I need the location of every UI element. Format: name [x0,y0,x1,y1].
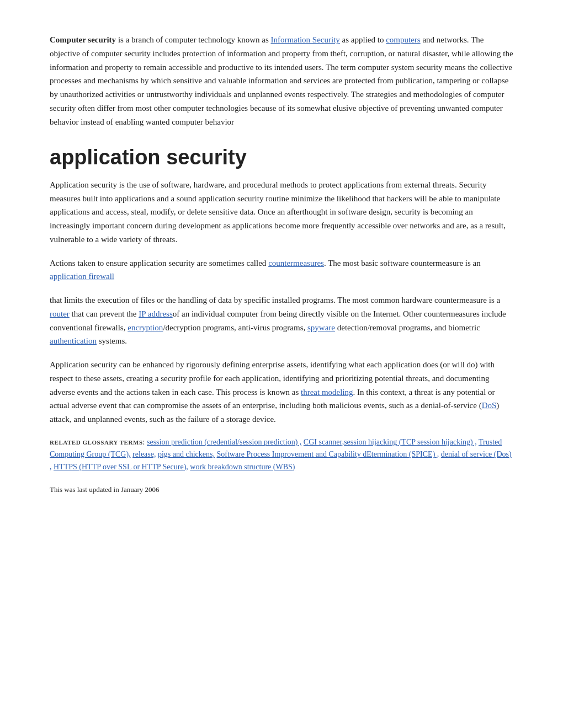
link-application-firewall[interactable]: application firewall [50,272,114,281]
page-container: Computer security is a branch of compute… [0,0,563,540]
intro-paragraph: Computer security is a branch of compute… [50,33,513,129]
link-authentication[interactable]: authentication [50,336,97,345]
related-link-6[interactable]: pigs and chickens, [158,450,215,458]
related-link-10[interactable]: work breakdown structure (WBS) [190,463,295,471]
link-router[interactable]: router [50,309,70,318]
link-computers[interactable]: computers [386,35,420,44]
last-updated-date: January 2006 [121,485,160,494]
intro-text-1: is a branch of computer technology known… [116,35,270,44]
related-link-7[interactable]: Software Process Improvement and Capabil… [217,450,439,458]
intro-text-3: and networks. The objective of computer … [50,35,513,126]
para3-text-1: that limits the execution of files or th… [50,296,500,304]
para3-text-2: that can prevent the [70,309,139,318]
link-information-security[interactable]: Information Security [270,35,339,44]
related-colon: : [143,438,147,446]
link-dos[interactable]: DoS [482,401,497,410]
para3-text-6: systems. [97,336,127,345]
related-link-1[interactable]: session prediction (credential/session p… [147,438,301,446]
link-threat-modeling[interactable]: threat modeling [301,388,353,397]
related-link-5[interactable]: release, [132,450,156,458]
last-updated-prefix: This was last updated in [50,485,121,494]
para3-text-5: detection/removal programs, and biometri… [335,323,480,332]
section-title: application security [50,145,513,170]
last-updated: This was last updated in January 2006 [50,484,513,496]
para2-text-after: . The most basic software countermeasure… [324,259,481,267]
section-para3: that limits the execution of files or th… [50,293,513,348]
para2-text-before: Actions taken to ensure application secu… [50,259,268,267]
related-section: RELATED GLOSSARY TERMS: session predicti… [50,436,513,473]
section-para2: Actions taken to ensure application secu… [50,256,513,284]
section-para4: Application security can be enhanced by … [50,358,513,426]
related-link-2[interactable]: CGI scanner, [304,438,344,446]
link-countermeasures[interactable]: countermeasures [268,259,324,267]
bold-term-computer-security: Computer security [50,35,116,44]
link-spyware[interactable]: spyware [307,323,335,332]
related-label: RELATED GLOSSARY TERMS [50,439,143,446]
related-link-9[interactable]: HTTPS (HTTP over SSL or HTTP Secure), [54,463,188,471]
link-ip-address[interactable]: IP address [139,309,173,318]
para3-text-4: /decryption programs, anti-virus program… [163,323,307,332]
intro-text-2: as applied to [340,35,386,44]
link-encryption[interactable]: encryption [128,323,163,332]
related-link-3[interactable]: session hijacking (TCP session hijacking… [344,438,477,446]
section-para1: Application security is the use of softw… [50,178,513,247]
